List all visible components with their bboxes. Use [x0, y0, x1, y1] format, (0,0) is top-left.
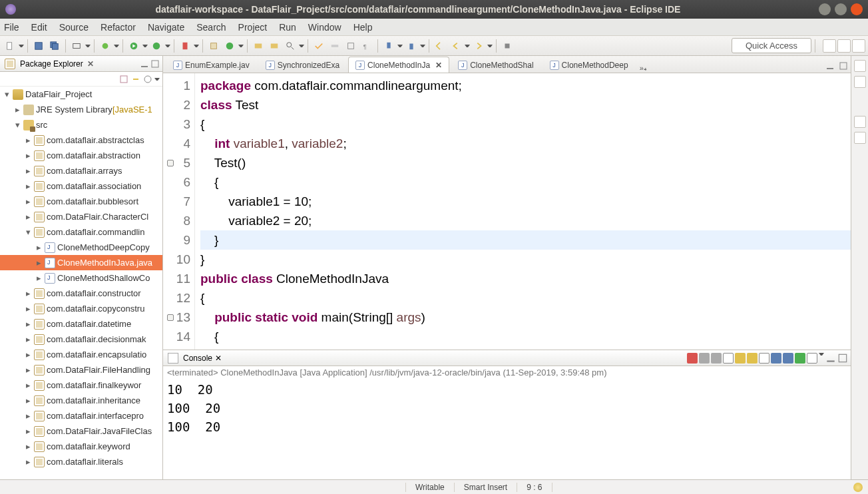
expand-arrow-icon[interactable]: [24, 365, 32, 375]
minimize-editor-button[interactable]: [825, 61, 835, 73]
expand-arrow-icon[interactable]: [24, 181, 32, 191]
menu-help[interactable]: Help: [353, 22, 373, 33]
back-button[interactable]: [449, 39, 463, 53]
quick-access-input[interactable]: Quick Access: [732, 38, 811, 53]
tree-node[interactable]: com.DataFlair.FileHandling: [0, 362, 162, 377]
expand-arrow-icon[interactable]: [24, 380, 32, 390]
prev-annotation-button[interactable]: [404, 39, 419, 53]
menu-project[interactable]: Project: [238, 22, 268, 33]
expand-arrow-icon[interactable]: [35, 273, 43, 283]
pin-button[interactable]: [500, 39, 515, 53]
outline-trim-icon[interactable]: [854, 60, 866, 72]
focus-task-button[interactable]: [142, 74, 153, 85]
expand-arrow-icon[interactable]: [24, 166, 32, 176]
coverage-button[interactable]: [149, 39, 164, 53]
forward-button[interactable]: [471, 39, 486, 53]
show-whitespace-button[interactable]: ¶: [359, 39, 374, 53]
new-dropdown[interactable]: [19, 45, 24, 47]
link-editor-button[interactable]: [130, 74, 141, 85]
editor-tab[interactable]: JCloneMethodShal: [451, 57, 541, 73]
menu-refactor[interactable]: Refactor: [101, 22, 136, 33]
outline-view-trim-icon[interactable]: [854, 116, 866, 128]
tree-node[interactable]: com.dataflair.commandlin: [0, 224, 162, 240]
tree-node[interactable]: com.dataflair.association: [0, 178, 162, 194]
debug-button[interactable]: [98, 39, 112, 53]
new-class-button[interactable]: [222, 39, 237, 53]
tree-node[interactable]: com.DataFlair.CharacterCl: [0, 209, 162, 224]
open-type-button[interactable]: [251, 39, 266, 53]
tree-node[interactable]: com.dataflair.finalkeywor: [0, 377, 162, 393]
new-console-button[interactable]: [807, 353, 817, 364]
open-console-button[interactable]: [783, 353, 793, 364]
line-gutter[interactable]: 1234567891011121314: [163, 73, 195, 350]
menu-run[interactable]: Run: [279, 22, 296, 33]
show-console-button[interactable]: [795, 353, 805, 364]
task-list-trim-icon[interactable]: [854, 76, 866, 88]
toggle-block-button[interactable]: [343, 39, 358, 53]
debug-perspective-button[interactable]: [852, 39, 865, 53]
tree-node[interactable]: com.dataflair.constructor: [0, 286, 162, 301]
tree-node[interactable]: CloneMethodDeepCopy: [0, 240, 162, 255]
close-console-icon[interactable]: ✕: [215, 354, 222, 363]
tree-node[interactable]: src: [0, 117, 162, 132]
search-button[interactable]: [283, 39, 298, 53]
expand-arrow-icon[interactable]: [13, 120, 21, 130]
clear-console-button[interactable]: [723, 353, 734, 364]
expand-arrow-icon[interactable]: [24, 411, 32, 421]
menu-edit[interactable]: Edit: [31, 22, 47, 33]
expand-arrow-icon[interactable]: [24, 288, 32, 298]
java-perspective-button[interactable]: [837, 39, 851, 53]
remove-all-button[interactable]: [711, 353, 722, 364]
expand-arrow-icon[interactable]: [35, 258, 43, 268]
expand-arrow-icon[interactable]: [24, 334, 32, 344]
menu-window[interactable]: Window: [308, 22, 341, 33]
run-dropdown[interactable]: [142, 45, 148, 47]
close-button[interactable]: [851, 3, 863, 15]
maximize-editor-button[interactable]: [839, 61, 848, 73]
tree-node[interactable]: com.dataflair.abstraction: [0, 148, 162, 163]
new-package-button[interactable]: [206, 39, 221, 53]
tree-node[interactable]: com.DataFlair.JavaFileClas: [0, 423, 162, 439]
expand-arrow-icon[interactable]: [24, 212, 32, 222]
editor-tab[interactable]: JEnumExample.jav: [166, 57, 257, 73]
close-tab-icon[interactable]: ✕: [435, 61, 442, 70]
expand-arrow-icon[interactable]: [24, 441, 32, 451]
editor-tab[interactable]: JCloneMethodDeep: [542, 57, 636, 73]
min-console-button[interactable]: [825, 353, 836, 364]
code-area[interactable]: package com.dataflair.commandlineargumen…: [195, 73, 851, 350]
toggle-breadcrumb-button[interactable]: [327, 39, 342, 53]
console-dropdown[interactable]: [819, 353, 824, 364]
editor-tab[interactable]: JSynchronizedExa: [258, 57, 347, 73]
expand-arrow-icon[interactable]: [24, 227, 32, 237]
expand-arrow-icon[interactable]: [24, 135, 32, 145]
tree-node[interactable]: com.dataflair.bubblesort: [0, 194, 162, 209]
new-button[interactable]: [3, 39, 17, 53]
scroll-lock-button[interactable]: [735, 353, 746, 364]
external-tools-button[interactable]: [178, 39, 192, 53]
open-perspective-button[interactable]: [823, 39, 836, 53]
display-console-button[interactable]: [771, 353, 781, 364]
menu-navigate[interactable]: Navigate: [148, 22, 184, 33]
expand-arrow-icon[interactable]: [24, 395, 32, 405]
tree-node[interactable]: com.dataflair.literals: [0, 454, 162, 469]
tree-node[interactable]: com.dataflair.inheritance: [0, 393, 162, 408]
tip-bulb-icon[interactable]: [853, 483, 863, 492]
save-button[interactable]: [31, 39, 46, 53]
save-all-button[interactable]: [47, 39, 62, 53]
next-annotation-button[interactable]: [381, 39, 396, 53]
expand-arrow-icon[interactable]: [24, 319, 32, 329]
tree-node[interactable]: com.dataflair.abstractclas: [0, 132, 162, 148]
tree-node[interactable]: com.dataflair.decisionmak: [0, 332, 162, 347]
pin-console-button[interactable]: [759, 353, 769, 364]
tree-node[interactable]: com.dataflair.arrays: [0, 163, 162, 178]
toggle-mark-button[interactable]: [312, 39, 326, 53]
switch-editor-button[interactable]: [69, 39, 84, 53]
maximize-view-button[interactable]: [150, 59, 160, 69]
expand-arrow-icon[interactable]: [24, 304, 32, 314]
debug-dropdown[interactable]: [114, 45, 119, 47]
expand-arrow-icon[interactable]: [35, 242, 43, 252]
open-task-button[interactable]: [267, 39, 282, 53]
menu-file[interactable]: File: [4, 22, 19, 33]
tree-node[interactable]: com.dataflair.interfacepro: [0, 408, 162, 423]
console-output[interactable]: 10 20 100 20 100 20: [163, 379, 851, 479]
